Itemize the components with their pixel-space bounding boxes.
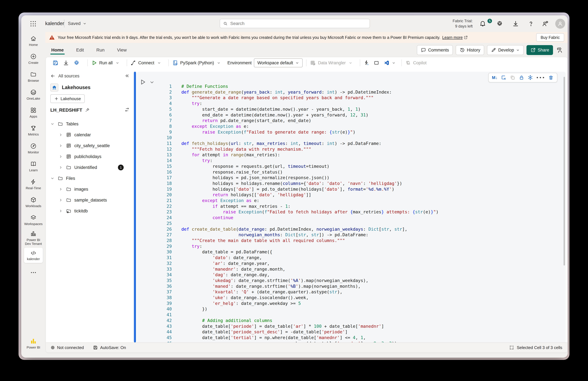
tree-item-unidentified[interactable]: Unidentified1 bbox=[46, 162, 133, 173]
feedback-icon[interactable] bbox=[542, 20, 549, 27]
sidebar-item-home[interactable]: Home bbox=[21, 32, 45, 50]
sidebar-item-learn[interactable]: Learn bbox=[21, 157, 45, 175]
code-line-12[interactable]: 12 """Fetch holiday data with retry mech… bbox=[137, 146, 566, 152]
code-line-10[interactable]: 10 bbox=[137, 135, 566, 141]
code-line-14[interactable]: 14 try: bbox=[137, 158, 566, 163]
settings-gear-icon[interactable] bbox=[496, 20, 503, 27]
code-line-32[interactable]: 32 'ar': date_range.year, bbox=[137, 261, 566, 266]
code-line-26[interactable]: 26def create_date_table(date_range: pd.D… bbox=[137, 226, 566, 232]
app-launcher-icon[interactable] bbox=[30, 20, 37, 27]
run-all-button[interactable]: Run all bbox=[91, 60, 122, 66]
sidebar-item-metrics[interactable]: Metrics bbox=[21, 122, 45, 139]
code-line-24[interactable]: 24 continue bbox=[137, 215, 566, 221]
sidebar-item-create[interactable]: Create bbox=[21, 50, 45, 68]
collapse-cell-icon[interactable] bbox=[149, 80, 154, 85]
tab-view[interactable]: View bbox=[116, 45, 127, 55]
code-line-42[interactable]: 42 # Adding additional columns bbox=[137, 318, 566, 323]
tree-item-publicholidays[interactable]: publicholidays bbox=[46, 151, 133, 162]
notebook-title[interactable]: kalender bbox=[45, 21, 64, 26]
delete-cell-icon[interactable] bbox=[548, 75, 554, 80]
code-line-46[interactable]: 46 np.where(date_table['manednr'] >= 9, … bbox=[137, 340, 566, 342]
autosave-status[interactable]: AutoSave: On bbox=[93, 345, 126, 350]
chevron-right-icon[interactable] bbox=[59, 198, 63, 202]
connection-status[interactable]: Not connected bbox=[51, 345, 84, 350]
history-button[interactable]: History bbox=[456, 45, 484, 55]
tree-item-calendar[interactable]: calendar bbox=[46, 129, 133, 140]
sidebar-item-power-bi-dev-tenant[interactable]: Power BI Dev Tenant bbox=[21, 229, 45, 247]
code-line-22[interactable]: 22 if attempt == max_retries - 1: bbox=[137, 203, 566, 209]
code-line-18[interactable]: 18 holidays = holidays.rename(columns={'… bbox=[137, 180, 566, 186]
code-line-34[interactable]: 34 'dag': date_range.day, bbox=[137, 272, 566, 278]
vscode-icon[interactable] bbox=[383, 60, 390, 66]
code-line-25[interactable]: 25 bbox=[137, 221, 566, 226]
code-line-39[interactable]: 39 'er_helg': date_range.weekday >= 5 bbox=[137, 301, 566, 306]
search-box[interactable] bbox=[220, 19, 370, 28]
code-line-35[interactable]: 35 'ukedag': date_range.strftime('%A').m… bbox=[137, 278, 566, 283]
run-cell-button[interactable] bbox=[139, 78, 147, 86]
sidebar-item-real-time[interactable]: Real-Time bbox=[21, 175, 45, 193]
all-sources-back[interactable]: All sources bbox=[50, 72, 79, 80]
tree-item-images[interactable]: images bbox=[46, 184, 133, 195]
tree-item-city-safety-seattle[interactable]: city_safety_seattle bbox=[46, 140, 133, 151]
tree-item-tickitdb[interactable]: tickitdb bbox=[46, 205, 133, 216]
code-line-17[interactable]: 17 holidays = pd.json_normalize(response… bbox=[137, 175, 566, 180]
tree-item-files[interactable]: Files bbox=[46, 173, 133, 184]
chevron-right-icon[interactable] bbox=[59, 187, 63, 191]
frame-icon[interactable] bbox=[374, 60, 379, 66]
copilot-button[interactable]: Copilot bbox=[405, 60, 427, 66]
sidebar-item-more[interactable] bbox=[21, 264, 45, 282]
data-wrangler-button[interactable]: Data Wrangler bbox=[310, 60, 355, 66]
download-icon[interactable] bbox=[512, 20, 519, 27]
connect-menu[interactable]: Connect bbox=[130, 60, 163, 66]
save-status-menu[interactable]: Saved bbox=[68, 21, 87, 26]
code-line-36[interactable]: 36 'maned': date_range.strftime('%B').ma… bbox=[137, 283, 566, 289]
code-line-16[interactable]: 16 response.raise_for_status() bbox=[137, 169, 566, 175]
code-line-41[interactable]: 41 bbox=[137, 312, 566, 318]
code-line-15[interactable]: 15 response = requests.get(url, timeout=… bbox=[137, 163, 566, 169]
cell-selection-status[interactable]: Selected Cell 3 of 3 cells bbox=[509, 345, 562, 350]
sidebar-item-workspaces[interactable]: Workspaces bbox=[21, 211, 45, 229]
code-line-45[interactable]: 45 date_table['tertial'] = np.where(date… bbox=[137, 335, 566, 340]
code-line-44[interactable]: 44 date_table['periode_sort_desc'] = -da… bbox=[137, 329, 566, 335]
code-line-38[interactable]: 38 'uke': date_range.isocalendar().week, bbox=[137, 295, 566, 301]
code-line-8[interactable]: 8 except Exception as e: bbox=[137, 123, 566, 129]
pin-icon[interactable] bbox=[85, 108, 90, 112]
learn-more-link[interactable]: Learn more bbox=[442, 35, 463, 40]
lock-cell-icon[interactable] bbox=[519, 75, 524, 80]
code-line-43[interactable]: 43 date_table['periode'] = date_table['a… bbox=[137, 323, 566, 329]
editor-scrollbar[interactable] bbox=[564, 77, 565, 266]
search-input[interactable] bbox=[230, 21, 367, 26]
develop-button[interactable]: Develop bbox=[487, 45, 524, 55]
chevron-right-icon[interactable] bbox=[59, 144, 63, 148]
switch-lakehouse-icon[interactable] bbox=[125, 107, 130, 112]
code-line-37[interactable]: 37 'kvartal': 'Q' + (date_range.quarter)… bbox=[137, 289, 566, 295]
lakehouse-name-row[interactable]: LH_REDSHIFT bbox=[50, 107, 90, 113]
sidebar-item-monitor[interactable]: Monitor bbox=[21, 139, 45, 157]
code-line-9[interactable]: 9 raise Exception(f"Failed to generate d… bbox=[137, 129, 566, 135]
session-settings-gear-icon[interactable] bbox=[73, 60, 80, 66]
buy-fabric-button[interactable]: Buy Fabric bbox=[536, 33, 564, 42]
code-line-5[interactable]: 5 start_date = datetime(datetime.now().y… bbox=[137, 106, 566, 112]
code-line-6[interactable]: 6 end_date = datetime(datetime.now().yea… bbox=[137, 112, 566, 118]
code-line-3[interactable]: 3 """Generate a date range based on spec… bbox=[137, 95, 566, 101]
sidebar-item-onelake[interactable]: OneLake bbox=[21, 86, 45, 104]
code-line-20[interactable]: 20 return holidays[['dato', 'helligdag']… bbox=[137, 192, 566, 198]
share-button[interactable]: Share bbox=[526, 45, 553, 55]
code-line-28[interactable]: 28 """Create the main date table with al… bbox=[137, 238, 566, 244]
save-icon[interactable] bbox=[52, 60, 59, 66]
sidebar-item-power-bi[interactable]: Power BI bbox=[21, 335, 45, 353]
chevron-right-icon[interactable] bbox=[59, 165, 63, 170]
code-line-40[interactable]: 40 }) bbox=[137, 306, 566, 312]
code-line-30[interactable]: 30 date_table = pd.DataFrame({ bbox=[137, 249, 566, 255]
code-line-4[interactable]: 4 try: bbox=[137, 101, 566, 106]
code-editor[interactable]: 1# Define Functions2def generate_date_ra… bbox=[137, 84, 566, 342]
tab-run[interactable]: Run bbox=[95, 45, 105, 55]
chevron-right-icon[interactable] bbox=[59, 155, 63, 159]
code-line-27[interactable]: 27 norwegian_months: Dict[str, str]) -> … bbox=[137, 232, 566, 238]
sidebar-item-apps[interactable]: Apps bbox=[21, 104, 45, 122]
environment-label[interactable]: Environment bbox=[227, 61, 252, 66]
code-line-11[interactable]: 11def fetch_holidays(url: str, max_retri… bbox=[137, 141, 566, 146]
code-line-2[interactable]: 2def generate_date_range(years_back: int… bbox=[137, 89, 566, 95]
freeze-cell-icon[interactable] bbox=[528, 75, 533, 80]
code-cell[interactable]: 1# Define Functions2def generate_date_ra… bbox=[137, 72, 566, 342]
